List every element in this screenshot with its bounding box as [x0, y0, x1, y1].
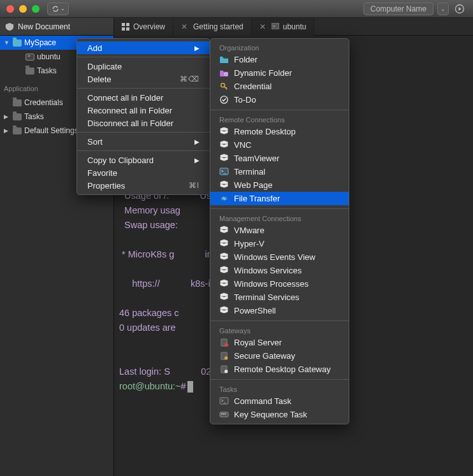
submenu-item-label: Windows Processes — [234, 279, 309, 289]
terminal-cursor — [187, 381, 193, 393]
svg-rect-22 — [223, 414, 224, 415]
menu-item-duplicate[interactable]: Duplicate — [77, 60, 210, 73]
file-transfer-icon — [219, 194, 229, 203]
tab-label: ubuntu — [283, 22, 307, 31]
menu-divider — [77, 150, 210, 151]
remote-desktop-icon — [219, 127, 229, 136]
submenu-item-to-do[interactable]: To-Do — [210, 93, 349, 106]
menu-shortcut: ⌘I — [189, 181, 200, 190]
submenu-item-vmware[interactable]: VMware — [210, 224, 349, 237]
submenu-item-label: Folder — [234, 55, 258, 64]
submenu-item-windows-events-view[interactable]: Windows Events View — [210, 250, 349, 264]
window-controls — [6, 5, 40, 13]
menu-item-delete[interactable]: Delete⌘⌫ — [77, 73, 210, 85]
computer-name-label: Computer Name — [370, 4, 426, 13]
terminal-icon — [25, 54, 34, 61]
svg-rect-2 — [126, 23, 129, 26]
submenu-item-label: Command Task — [234, 396, 291, 406]
menu-divider — [210, 321, 349, 321]
menu-item-label: Favorite — [87, 168, 117, 178]
main-area: ▼ MySpace ▼ ubuntu ▼ Tasks Application ▶… — [0, 36, 473, 476]
submenu-item-label: Terminal Services — [234, 292, 300, 302]
titlebar: ⌄ Computer Name ⌄ — [0, 0, 473, 18]
maximize-window-button[interactable] — [32, 5, 40, 13]
menu-item-connect-all-in-folder[interactable]: Connect all in Folder — [77, 91, 210, 104]
chevron-right-icon: ▶ — [194, 45, 200, 52]
submenu-item-key-sequence-task[interactable]: Key Sequence Task — [210, 408, 349, 421]
svg-point-13 — [224, 343, 228, 347]
caret-right-icon[interactable]: ▶ — [4, 127, 10, 134]
terminal-icon: > — [272, 23, 279, 31]
terminal-icon: >_ — [219, 167, 229, 177]
folder-icon — [25, 68, 34, 75]
submenu-item-label: Windows Services — [234, 266, 302, 275]
win-services-icon — [219, 266, 229, 275]
sync-icon — [52, 5, 59, 13]
menu-item-add[interactable]: Add▶ — [77, 41, 210, 54]
tab-ubuntu[interactable]: ✕ > ubuntu — [252, 18, 315, 36]
submenu-item-dynamic-folder[interactable]: Dynamic Folder — [210, 66, 349, 80]
svg-text:>_: >_ — [221, 398, 226, 403]
folder-icon — [13, 40, 22, 47]
vmware-icon — [219, 226, 229, 235]
tab-getting-started[interactable]: ✕ Getting started — [173, 18, 252, 36]
chevron-right-icon: ▶ — [194, 138, 200, 145]
menu-item-reconnect-all-in-folder[interactable]: Reconnect all in Folder — [77, 104, 210, 117]
menu-item-sort[interactable]: Sort▶ — [77, 135, 210, 148]
submenu-section-header: Organization — [210, 41, 349, 53]
submenu-item-terminal[interactable]: >_Terminal — [210, 165, 349, 178]
document-name[interactable]: New Document — [0, 18, 114, 35]
submenu-item-powershell[interactable]: PowerShell — [210, 304, 349, 317]
caret-down-icon[interactable]: ▼ — [4, 40, 10, 46]
submenu-item-royal-server[interactable]: Royal Server — [210, 336, 349, 349]
close-window-button[interactable] — [6, 5, 14, 13]
menu-item-copy-to-clipboard[interactable]: Copy to Clipboard▶ — [77, 154, 210, 166]
submenu-item-label: Terminal — [234, 167, 265, 177]
credential-icon — [219, 82, 229, 91]
submenu-item-file-transfer[interactable]: File Transfer — [210, 192, 349, 205]
sidebar-item-label: Credentials — [24, 98, 63, 107]
submenu-item-folder[interactable]: Folder — [210, 53, 349, 66]
submenu-item-label: To-Do — [234, 95, 256, 105]
submenu-item-secure-gateway[interactable]: Secure Gateway — [210, 349, 349, 363]
menu-divider — [210, 208, 349, 209]
submenu-item-remote-desktop[interactable]: Remote Desktop — [210, 125, 349, 138]
caret-right-icon[interactable]: ▶ — [4, 113, 10, 120]
submenu-item-teamviewer[interactable]: TeamViewer — [210, 152, 349, 165]
submenu-item-label: Windows Events View — [234, 252, 316, 262]
minimize-window-button[interactable] — [19, 5, 27, 13]
menu-item-label: Disconnect all in Folder — [87, 119, 173, 128]
submenu-item-label: Remote Desktop — [234, 127, 296, 136]
computer-name-selector[interactable]: Computer Name — [363, 3, 433, 15]
svg-rect-21 — [221, 414, 222, 415]
submenu-item-credential[interactable]: Credential — [210, 80, 349, 93]
run-button[interactable] — [453, 3, 467, 15]
submenu-item-windows-processes[interactable]: Windows Processes — [210, 277, 349, 291]
submenu-item-terminal-services[interactable]: Terminal Services — [210, 291, 349, 304]
folder-icon — [13, 99, 22, 106]
submenu-item-label: Hyper-V — [234, 239, 265, 249]
menu-divider — [210, 110, 349, 110]
submenu-item-command-task[interactable]: >_Command Task — [210, 394, 349, 408]
command-task-icon: >_ — [219, 396, 229, 406]
svg-rect-23 — [224, 414, 226, 415]
close-icon[interactable]: ✕ — [181, 22, 187, 31]
document-icon — [5, 22, 14, 31]
menu-item-disconnect-all-in-folder[interactable]: Disconnect all in Folder — [77, 117, 210, 129]
computer-name-chevron[interactable]: ⌄ — [437, 3, 449, 15]
submenu-item-web-page[interactable]: Web Page — [210, 178, 349, 192]
web-page-icon — [219, 180, 229, 190]
menu-item-properties[interactable]: Properties⌘I — [77, 179, 210, 192]
menu-item-favorite[interactable]: Favorite — [77, 166, 210, 179]
close-icon[interactable]: ✕ — [259, 22, 266, 31]
sync-button[interactable]: ⌄ — [47, 3, 69, 15]
win-processes-icon — [219, 279, 229, 289]
submenu-item-remote-desktop-gateway[interactable]: Remote Desktop Gateway — [210, 363, 349, 376]
menu-divider — [77, 57, 210, 57]
tab-overview[interactable]: Overview — [114, 18, 173, 36]
tab-label: Overview — [133, 22, 165, 31]
submenu-item-hyper-v[interactable]: Hyper-V — [210, 237, 349, 250]
svg-rect-17 — [224, 370, 228, 373]
submenu-item-vnc[interactable]: VNC — [210, 138, 349, 152]
submenu-item-windows-services[interactable]: Windows Services — [210, 264, 349, 277]
